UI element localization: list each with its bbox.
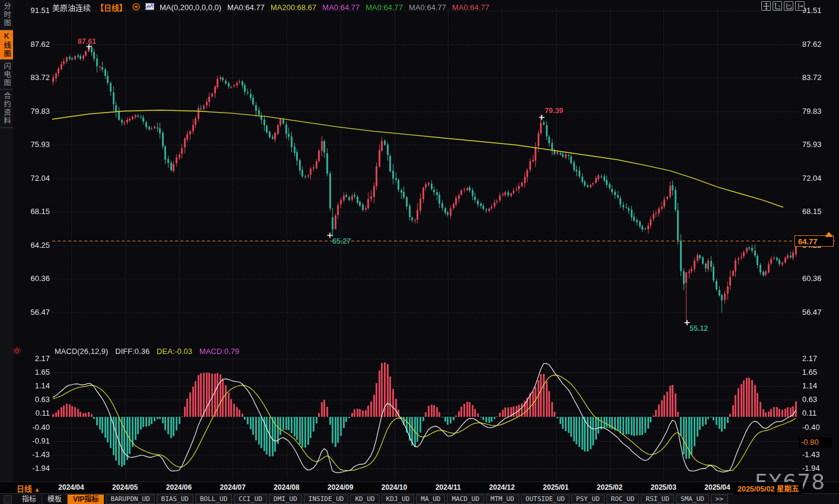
price-axis-label-right: 56.47 xyxy=(802,308,837,317)
sidebar-tab-4[interactable]: 合约资料 xyxy=(0,90,13,128)
month-label: 2025/01 xyxy=(543,483,568,492)
macd-axis-label-right: 1.14 xyxy=(802,381,837,390)
ma-value-label: MA200:68.67 xyxy=(271,3,316,12)
macd-axis-label-right: -1.43 xyxy=(802,450,837,459)
toolbar-button-mtm_ud[interactable]: MTM_UD xyxy=(486,495,519,504)
toolbar-button->>[interactable]: >> xyxy=(711,495,728,504)
macd-axis-label-left: 1.14 xyxy=(18,381,50,390)
month-label: 2024/11 xyxy=(436,483,461,492)
price-axis-label-left: 83.72 xyxy=(18,73,50,82)
price-marker-label: 79.39 xyxy=(545,107,563,115)
toolbar-button-[interactable]: 模板 xyxy=(42,495,68,504)
month-label: 2024/04 xyxy=(58,483,84,492)
month-label: 2025/02 xyxy=(597,483,622,492)
sidebar-tab-1[interactable]: 分时图 xyxy=(0,0,13,30)
ma-value-label: MA0:64.77 xyxy=(366,3,403,12)
symbol-title: 美原油连续 xyxy=(52,2,91,13)
macd-axis-label-left: 1.65 xyxy=(18,368,50,377)
chart-header: 美原油连续 【日线】 MA(0,200,0,0,0,0)MA0:64.77MA2… xyxy=(52,2,490,13)
sidebar-tab-3[interactable]: 闪电图 xyxy=(0,60,13,90)
month-label: 2025/04 xyxy=(704,483,730,492)
toolbar-button-barupdn_ud[interactable]: BARUPDN_UD xyxy=(106,495,154,504)
toolbar-button-[interactable]: 指标 xyxy=(17,495,42,504)
toolbar-button-ma_ud[interactable]: MA_UD xyxy=(416,495,445,504)
macd-value-label: DIFF:0.36 xyxy=(115,347,150,356)
circle-plus-icon[interactable] xyxy=(132,3,140,12)
price-axis-label-right: 87.62 xyxy=(802,40,837,49)
macd-header: MACD(26,12,9) DIFF:0.36DEA:-0.03MACD:0.7… xyxy=(55,347,239,356)
macd-axis-label-right: -0.40 xyxy=(802,423,837,432)
macd-axis-label-right: 0.63 xyxy=(802,395,837,404)
month-label: 2024/05 xyxy=(112,483,138,492)
price-axis-label-left: 87.62 xyxy=(18,40,50,49)
toolbar-button-psy_ud[interactable]: PSY_UD xyxy=(571,495,605,504)
axis-pan-icon[interactable] xyxy=(795,1,805,11)
macd-axis-label-left: -1.43 xyxy=(18,450,50,459)
trading-app: 分时图K线图闪电图合约资料 美原油连续 【日线】 MA(0,200,0,0,0,… xyxy=(0,0,839,504)
y-axis-zoom-icon[interactable] xyxy=(773,1,782,11)
toolbar-button-inside_ud[interactable]: INSIDE_UD xyxy=(304,495,349,504)
sidebar-tab-2[interactable]: K线图 xyxy=(0,30,13,60)
price-marker-label: 55.12 xyxy=(689,324,708,333)
price-axis-label-left: 72.04 xyxy=(18,174,50,183)
price-axis-label-left: 60.36 xyxy=(18,274,50,283)
sidebar-tab-label: 闪电图 xyxy=(0,62,13,87)
toolbar-button-outside_ud[interactable]: OUTSIDE_UD xyxy=(521,495,570,504)
toolbar-button-sma_ud[interactable]: SMA_UD xyxy=(676,495,709,504)
toolbar-button-kdj_ud[interactable]: KDJ_UD xyxy=(382,495,415,504)
month-label: 2024/08 xyxy=(274,483,299,492)
price-axis-label-left: 75.93 xyxy=(18,140,50,149)
macd-axis-label-right: 2.17 xyxy=(802,354,837,363)
price-axis-label-right: 91.51 xyxy=(802,6,837,15)
macd-axis-label-right: 0.11 xyxy=(802,409,837,417)
chart-type-icon[interactable] xyxy=(145,3,154,12)
macd-axis-label-left: -1.94 xyxy=(18,464,50,473)
ma-value-label: MA0:64.77 xyxy=(227,3,265,12)
period-tag: 【日线】 xyxy=(96,2,127,13)
panel-toggle-icon[interactable] xyxy=(4,495,12,503)
ma-value-label: MA(0,200,0,0,0,0) xyxy=(160,3,221,12)
price-axis-label-right: 72.04 xyxy=(802,174,837,183)
macd-axis-label-left: 0.63 xyxy=(18,395,50,404)
chart-corner-toolbar xyxy=(761,1,805,11)
macd-axis-label-left: -0.40 xyxy=(18,423,50,432)
toolbar-button-dmi_ud[interactable]: DMI_UD xyxy=(269,495,302,504)
price-marker-label: 65.27 xyxy=(332,237,351,245)
month-label: 2024/06 xyxy=(166,483,192,492)
price-axis-label-right: 75.93 xyxy=(802,140,837,149)
price-axis-label-left: 64.25 xyxy=(18,241,50,250)
period-selector[interactable]: 日线 ▲ xyxy=(17,483,40,494)
macd-right-highlight: -0.80 xyxy=(799,438,832,448)
macd-label: MACD(26,12,9) xyxy=(55,347,108,356)
macd-axis-label-left: -0.91 xyxy=(18,436,50,445)
price-marker-label: 87.61 xyxy=(78,37,96,46)
bottom-toolbar: 指标模板VIP指标BARUPDN_UDBIAS_UDBOLL_UDCCI_UDD… xyxy=(0,493,839,504)
toolbar-button-rsi_ud[interactable]: RSI_UD xyxy=(641,495,674,504)
period-arrow-icon: ▲ xyxy=(34,486,40,493)
sidebar-tab-label: 合约资料 xyxy=(0,92,13,125)
toolbar-button-cci_ud[interactable]: CCI_UD xyxy=(234,495,267,504)
price-axis-label-left: 79.83 xyxy=(18,107,50,116)
price-axis-label-right: 83.72 xyxy=(802,73,837,82)
month-label: 2024/10 xyxy=(382,483,407,492)
toolbar-button-boll_ud[interactable]: BOLL_UD xyxy=(195,495,232,504)
sidebar-tab-label: K线图 xyxy=(0,32,13,58)
toolbar-button-roc_ud[interactable]: ROC_UD xyxy=(606,495,640,504)
macd-axis-label-left: 0.11 xyxy=(18,409,50,417)
macd-values: DIFF:0.36DEA:-0.03MACD:0.79 xyxy=(115,347,239,356)
chart-canvas[interactable] xyxy=(0,0,839,481)
ma-value-label: MA0:64.77 xyxy=(409,3,446,12)
toolbar-button-macd_ud[interactable]: MACD_UD xyxy=(447,495,484,504)
macd-value-label: MACD:0.79 xyxy=(199,347,239,356)
fit-screen-icon[interactable] xyxy=(761,1,771,11)
indicator-settings-icon[interactable] xyxy=(12,346,21,358)
toolbar-button-kd_ud[interactable]: KD_UD xyxy=(350,495,379,504)
x-axis-zoom-icon[interactable] xyxy=(784,1,793,11)
macd-axis-label-left: 2.17 xyxy=(18,354,50,363)
toolbar-button-bias_ud[interactable]: BIAS_UD xyxy=(157,495,193,504)
price-axis-label-left: 91.51 xyxy=(18,6,50,15)
toolbar-button-vip[interactable]: VIP指标 xyxy=(68,495,104,504)
ma-value-label: MA0:64.77 xyxy=(452,3,490,12)
price-axis-label-left: 56.47 xyxy=(18,308,50,317)
ma-value-label: MA0:64.77 xyxy=(322,3,360,12)
